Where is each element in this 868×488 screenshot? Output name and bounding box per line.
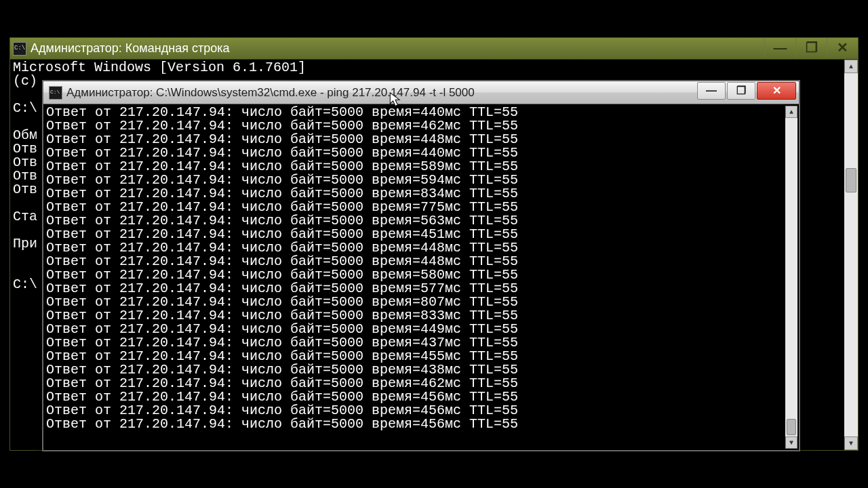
bg-scrollbar[interactable]: ▲ ▼ [844, 60, 858, 450]
fg-titlebar[interactable]: Администратор: C:\Windows\system32\cmd.e… [43, 81, 799, 104]
bg-scroll-up-icon[interactable]: ▲ [844, 60, 858, 73]
bg-window-title: Администратор: Командная строка [31, 41, 229, 56]
cmd-window-foreground: Администратор: C:\Windows\system32\cmd.e… [42, 80, 800, 451]
bg-maximize-button[interactable]: ❐ [795, 38, 827, 57]
bg-close-button[interactable]: ✕ [827, 38, 858, 57]
cmd-icon [49, 86, 62, 100]
bg-scroll-down-icon[interactable]: ▼ [844, 436, 858, 450]
fg-maximize-button[interactable]: ❐ [727, 82, 755, 100]
bg-minimize-button[interactable]: — [764, 38, 795, 57]
fg-scroll-down-icon[interactable]: ▼ [785, 436, 797, 449]
fg-close-button[interactable]: ✕ [757, 82, 796, 100]
fg-terminal-output: Ответ от 217.20.147.94: число байт=5000 … [43, 104, 799, 432]
fg-scroll-up-icon[interactable]: ▲ [785, 106, 797, 118]
fg-window-title: Администратор: C:\Windows\system32\cmd.e… [66, 86, 475, 100]
fg-scroll-thumb[interactable] [787, 419, 796, 435]
bg-titlebar[interactable]: Администратор: Командная строка — ❐ ✕ [10, 38, 858, 60]
cmd-icon [13, 42, 26, 56]
bg-scroll-thumb[interactable] [846, 168, 856, 192]
fg-scrollbar[interactable]: ▲ ▼ [785, 106, 797, 449]
fg-minimize-button[interactable]: — [697, 82, 726, 100]
